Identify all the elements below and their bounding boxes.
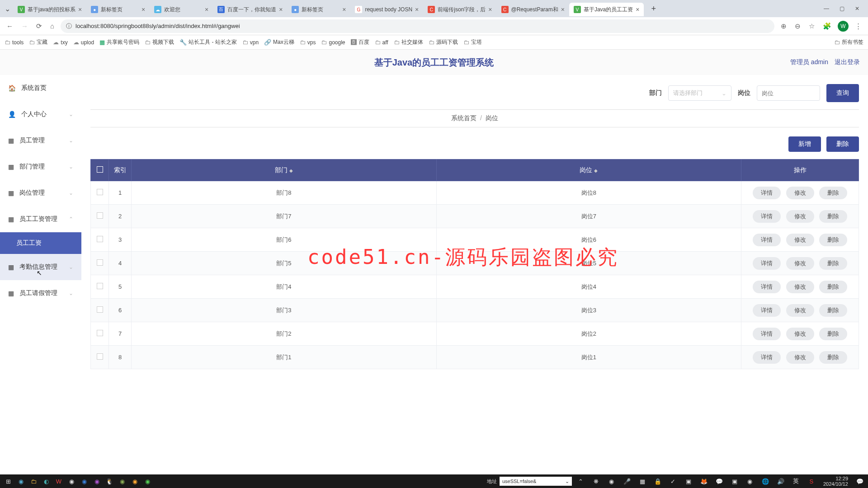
forward-icon[interactable]: → [19, 22, 30, 30]
row-delete-button[interactable]: 删除 [819, 351, 847, 364]
row-detail-button[interactable]: 详情 [753, 351, 781, 364]
home-icon[interactable]: ⌂ [48, 22, 56, 30]
tray-icon[interactable]: 💬 [713, 476, 726, 487]
sidebar-item-profile[interactable]: 👤个人中心⌄ [0, 101, 81, 127]
all-bookmarks[interactable]: 🗀所有书签 [834, 38, 863, 46]
col-dept[interactable]: 部门◆ [132, 160, 437, 181]
row-checkbox[interactable] [97, 283, 103, 289]
bookmark-item[interactable]: 🔧站长工具 - 站长之家 [179, 38, 237, 46]
notifications-icon[interactable]: 💬 [854, 476, 866, 487]
reload-icon[interactable]: ⟳ [34, 22, 44, 30]
row-edit-button[interactable]: 修改 [786, 328, 814, 340]
start-icon[interactable]: ⊞ [2, 476, 14, 487]
row-delete-button[interactable]: 删除 [819, 210, 847, 223]
maximize-icon[interactable]: ▢ [837, 5, 846, 12]
tab-close-icon[interactable]: × [561, 6, 565, 13]
row-edit-button[interactable]: 修改 [786, 234, 814, 246]
bookmark-folder[interactable]: 🗀宝塔 [463, 38, 482, 46]
sidebar-item-employee[interactable]: ▦员工管理⌄ [0, 127, 81, 154]
extensions-icon[interactable]: 🧩 [821, 22, 833, 30]
tray-icon[interactable]: 🦊 [698, 476, 710, 487]
bookmark-folder[interactable]: 🗀vps [300, 39, 316, 46]
url-input[interactable]: ⓘ localhost:8080/springboot88sly/admin/d… [61, 19, 774, 33]
tray-icon[interactable]: ▣ [728, 476, 741, 487]
bookmark-item[interactable]: 🔗Max云梯 [264, 38, 294, 46]
row-checkbox[interactable] [97, 212, 103, 219]
bookmark-star-icon[interactable]: ☆ [807, 22, 816, 30]
tab-close-icon[interactable]: × [78, 6, 82, 13]
bookmark-folder[interactable]: 🗀vpn [242, 39, 259, 46]
browser-tab[interactable]: ●新标签页× [86, 3, 150, 16]
row-delete-button[interactable]: 删除 [819, 257, 847, 270]
row-checkbox[interactable] [97, 330, 103, 336]
row-checkbox[interactable] [97, 189, 103, 195]
row-detail-button[interactable]: 详情 [753, 234, 781, 246]
row-delete-button[interactable]: 删除 [819, 281, 847, 293]
new-tab-button[interactable]: + [647, 4, 660, 14]
app-icon[interactable]: ◉ [116, 476, 128, 487]
app-icon[interactable]: W [52, 476, 65, 487]
select-all-checkbox[interactable] [97, 166, 103, 173]
tray-icon[interactable]: ▣ [682, 476, 695, 487]
network-icon[interactable]: 🌐 [759, 476, 772, 487]
col-post[interactable]: 岗位◆ [436, 160, 741, 181]
bookmark-folder[interactable]: 🗀google [321, 39, 345, 46]
chrome-icon[interactable]: ◉ [65, 476, 78, 487]
row-detail-button[interactable]: 详情 [753, 328, 781, 340]
row-detail-button[interactable]: 详情 [753, 257, 781, 270]
tab-close-icon[interactable]: × [205, 6, 208, 13]
tray-chevron-icon[interactable]: ⌃ [575, 476, 587, 487]
row-checkbox[interactable] [97, 353, 103, 360]
row-delete-button[interactable]: 删除 [819, 187, 847, 199]
row-delete-button[interactable]: 删除 [819, 328, 847, 340]
row-delete-button[interactable]: 删除 [819, 234, 847, 246]
browser-tab[interactable]: C前端传json字段，后× [423, 3, 496, 16]
browser-icon[interactable]: ◐ [40, 476, 52, 487]
qq-icon[interactable]: 🐧 [103, 476, 116, 487]
edge-icon[interactable]: ◉ [14, 476, 27, 487]
volume-icon[interactable]: 🔊 [774, 476, 787, 487]
bookmark-folder[interactable]: 🗀tools [5, 39, 24, 46]
minimize-icon[interactable]: — [822, 5, 831, 12]
tab-close-icon[interactable]: × [279, 6, 283, 13]
row-delete-button[interactable]: 删除 [819, 304, 847, 317]
filter-dept-select[interactable]: 请选择部门⌄ [668, 85, 731, 101]
ime-icon[interactable]: 英 [790, 476, 802, 487]
wechat-icon[interactable]: ◉ [141, 476, 154, 487]
delete-button[interactable]: 删除 [826, 136, 859, 152]
tray-icon[interactable]: 🎤 [621, 476, 633, 487]
tray-icon[interactable]: ▦ [636, 476, 649, 487]
bookmark-item[interactable]: ☁uplod [73, 39, 94, 46]
row-edit-button[interactable]: 修改 [786, 210, 814, 223]
bookmark-folder[interactable]: 🗀aff [375, 39, 388, 46]
browser-tab[interactable]: V基于java的招投标系× [13, 3, 86, 16]
tray-icon[interactable]: ◉ [744, 476, 756, 487]
query-button[interactable]: 查询 [826, 84, 859, 102]
browser-tab[interactable]: ●新标签页× [287, 3, 350, 16]
browser-tab[interactable]: Grequest body JOSN× [350, 3, 423, 16]
zoom-icon[interactable]: ⊖ [793, 22, 802, 30]
tab-dropdown-icon[interactable]: ⌄ [2, 5, 13, 13]
taskbar-clock[interactable]: 12:29 2024/10/12 [821, 476, 851, 487]
app-icon[interactable]: ◉ [128, 476, 141, 487]
tray-icon[interactable]: ◉ [605, 476, 618, 487]
row-edit-button[interactable]: 修改 [786, 257, 814, 270]
tray-icon[interactable]: S [805, 476, 818, 487]
row-edit-button[interactable]: 修改 [786, 304, 814, 317]
row-detail-button[interactable]: 详情 [753, 304, 781, 317]
bookmark-folder[interactable]: 🗀视频下载 [145, 38, 174, 46]
sidebar-item-leave[interactable]: ▦员工请假管理⌄ [0, 280, 81, 306]
filter-post-input[interactable] [757, 85, 820, 101]
user-label[interactable]: 管理员 admin [790, 58, 828, 66]
row-edit-button[interactable]: 修改 [786, 351, 814, 364]
app-icon[interactable]: ◉ [90, 476, 103, 487]
sidebar-item-salary[interactable]: ▦员工工资管理⌃ [0, 206, 81, 232]
tray-icon[interactable]: ❋ [590, 476, 603, 487]
tray-icon[interactable]: ✓ [667, 476, 679, 487]
browser-tab-active[interactable]: V基于Java的员工工资× [569, 3, 644, 16]
close-window-icon[interactable]: ✕ [853, 5, 862, 12]
bookmark-item[interactable]: 🅱百度 [351, 38, 369, 46]
sidebar-item-department[interactable]: ▦部门管理⌄ [0, 154, 81, 180]
browser-tab[interactable]: ☁欢迎您× [150, 3, 213, 16]
row-edit-button[interactable]: 修改 [786, 187, 814, 199]
